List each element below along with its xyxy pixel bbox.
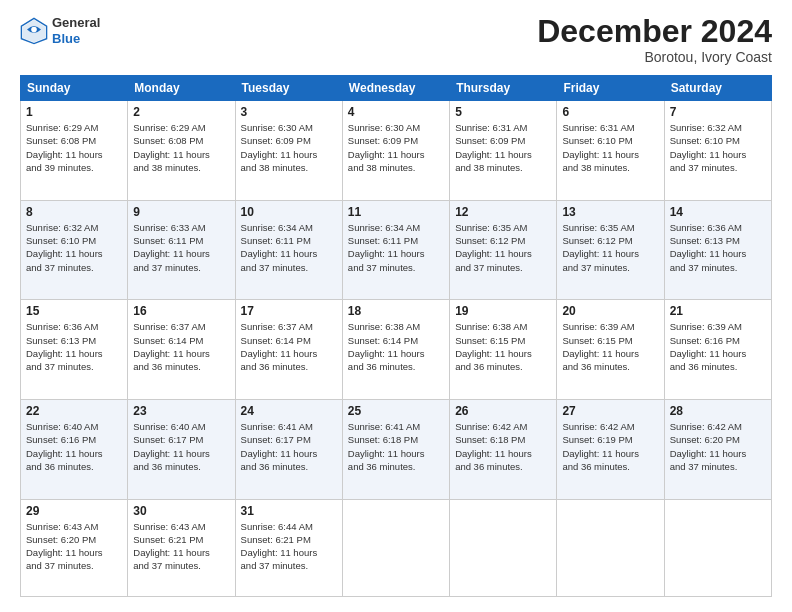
day-number: 25 (348, 404, 444, 418)
day-info: Sunrise: 6:34 AMSunset: 6:11 PMDaylight:… (241, 221, 337, 274)
table-row: 25Sunrise: 6:41 AMSunset: 6:18 PMDayligh… (342, 399, 449, 499)
day-info: Sunrise: 6:29 AMSunset: 6:08 PMDaylight:… (133, 121, 229, 174)
day-number: 22 (26, 404, 122, 418)
day-number: 10 (241, 205, 337, 219)
table-row: 24Sunrise: 6:41 AMSunset: 6:17 PMDayligh… (235, 399, 342, 499)
page: General Blue December 2024 Borotou, Ivor… (0, 0, 792, 612)
table-row: 27Sunrise: 6:42 AMSunset: 6:19 PMDayligh… (557, 399, 664, 499)
logo-icon (20, 17, 48, 45)
day-number: 15 (26, 304, 122, 318)
header-saturday: Saturday (664, 76, 771, 101)
day-info: Sunrise: 6:38 AMSunset: 6:14 PMDaylight:… (348, 320, 444, 373)
table-row: 12Sunrise: 6:35 AMSunset: 6:12 PMDayligh… (450, 200, 557, 300)
day-info: Sunrise: 6:31 AMSunset: 6:09 PMDaylight:… (455, 121, 551, 174)
calendar-header-row: Sunday Monday Tuesday Wednesday Thursday… (21, 76, 772, 101)
day-number: 23 (133, 404, 229, 418)
table-row: 7Sunrise: 6:32 AMSunset: 6:10 PMDaylight… (664, 101, 771, 201)
table-row: 21Sunrise: 6:39 AMSunset: 6:16 PMDayligh… (664, 300, 771, 400)
day-info: Sunrise: 6:33 AMSunset: 6:11 PMDaylight:… (133, 221, 229, 274)
day-number: 19 (455, 304, 551, 318)
day-number: 29 (26, 504, 122, 518)
header-tuesday: Tuesday (235, 76, 342, 101)
day-info: Sunrise: 6:31 AMSunset: 6:10 PMDaylight:… (562, 121, 658, 174)
logo-text: General Blue (52, 15, 100, 46)
logo: General Blue (20, 15, 100, 46)
header-wednesday: Wednesday (342, 76, 449, 101)
calendar-week-row: 29Sunrise: 6:43 AMSunset: 6:20 PMDayligh… (21, 499, 772, 596)
table-row: 2Sunrise: 6:29 AMSunset: 6:08 PMDaylight… (128, 101, 235, 201)
day-number: 28 (670, 404, 766, 418)
svg-point-2 (31, 26, 37, 32)
day-info: Sunrise: 6:42 AMSunset: 6:20 PMDaylight:… (670, 420, 766, 473)
month-year: December 2024 (537, 15, 772, 47)
calendar-week-row: 15Sunrise: 6:36 AMSunset: 6:13 PMDayligh… (21, 300, 772, 400)
table-row: 19Sunrise: 6:38 AMSunset: 6:15 PMDayligh… (450, 300, 557, 400)
table-row: 20Sunrise: 6:39 AMSunset: 6:15 PMDayligh… (557, 300, 664, 400)
table-row: 17Sunrise: 6:37 AMSunset: 6:14 PMDayligh… (235, 300, 342, 400)
day-info: Sunrise: 6:41 AMSunset: 6:18 PMDaylight:… (348, 420, 444, 473)
table-row: 3Sunrise: 6:30 AMSunset: 6:09 PMDaylight… (235, 101, 342, 201)
table-row: 4Sunrise: 6:30 AMSunset: 6:09 PMDaylight… (342, 101, 449, 201)
day-number: 17 (241, 304, 337, 318)
day-info: Sunrise: 6:35 AMSunset: 6:12 PMDaylight:… (455, 221, 551, 274)
day-info: Sunrise: 6:36 AMSunset: 6:13 PMDaylight:… (670, 221, 766, 274)
day-info: Sunrise: 6:37 AMSunset: 6:14 PMDaylight:… (241, 320, 337, 373)
day-number: 9 (133, 205, 229, 219)
day-number: 1 (26, 105, 122, 119)
header-sunday: Sunday (21, 76, 128, 101)
day-number: 11 (348, 205, 444, 219)
table-row: 5Sunrise: 6:31 AMSunset: 6:09 PMDaylight… (450, 101, 557, 201)
table-row: 14Sunrise: 6:36 AMSunset: 6:13 PMDayligh… (664, 200, 771, 300)
table-row: 22Sunrise: 6:40 AMSunset: 6:16 PMDayligh… (21, 399, 128, 499)
day-number: 27 (562, 404, 658, 418)
calendar-week-row: 8Sunrise: 6:32 AMSunset: 6:10 PMDaylight… (21, 200, 772, 300)
day-info: Sunrise: 6:37 AMSunset: 6:14 PMDaylight:… (133, 320, 229, 373)
table-row: 8Sunrise: 6:32 AMSunset: 6:10 PMDaylight… (21, 200, 128, 300)
table-row: 13Sunrise: 6:35 AMSunset: 6:12 PMDayligh… (557, 200, 664, 300)
day-number: 16 (133, 304, 229, 318)
location: Borotou, Ivory Coast (537, 49, 772, 65)
table-row: 30Sunrise: 6:43 AMSunset: 6:21 PMDayligh… (128, 499, 235, 596)
table-row: 28Sunrise: 6:42 AMSunset: 6:20 PMDayligh… (664, 399, 771, 499)
table-row: 1Sunrise: 6:29 AMSunset: 6:08 PMDaylight… (21, 101, 128, 201)
header-right: December 2024 Borotou, Ivory Coast (537, 15, 772, 65)
day-info: Sunrise: 6:30 AMSunset: 6:09 PMDaylight:… (241, 121, 337, 174)
calendar-week-row: 1Sunrise: 6:29 AMSunset: 6:08 PMDaylight… (21, 101, 772, 201)
day-number: 4 (348, 105, 444, 119)
day-info: Sunrise: 6:42 AMSunset: 6:18 PMDaylight:… (455, 420, 551, 473)
day-number: 26 (455, 404, 551, 418)
day-info: Sunrise: 6:43 AMSunset: 6:20 PMDaylight:… (26, 520, 122, 573)
day-info: Sunrise: 6:36 AMSunset: 6:13 PMDaylight:… (26, 320, 122, 373)
header: General Blue December 2024 Borotou, Ivor… (20, 15, 772, 65)
calendar-table: Sunday Monday Tuesday Wednesday Thursday… (20, 75, 772, 597)
day-number: 24 (241, 404, 337, 418)
table-row: 29Sunrise: 6:43 AMSunset: 6:20 PMDayligh… (21, 499, 128, 596)
day-info: Sunrise: 6:34 AMSunset: 6:11 PMDaylight:… (348, 221, 444, 274)
table-row: 15Sunrise: 6:36 AMSunset: 6:13 PMDayligh… (21, 300, 128, 400)
logo-blue-text: Blue (52, 31, 100, 47)
day-number: 31 (241, 504, 337, 518)
table-row (450, 499, 557, 596)
header-friday: Friday (557, 76, 664, 101)
day-info: Sunrise: 6:43 AMSunset: 6:21 PMDaylight:… (133, 520, 229, 573)
table-row (664, 499, 771, 596)
day-number: 5 (455, 105, 551, 119)
day-number: 14 (670, 205, 766, 219)
day-number: 7 (670, 105, 766, 119)
day-number: 18 (348, 304, 444, 318)
day-info: Sunrise: 6:38 AMSunset: 6:15 PMDaylight:… (455, 320, 551, 373)
day-number: 30 (133, 504, 229, 518)
day-info: Sunrise: 6:44 AMSunset: 6:21 PMDaylight:… (241, 520, 337, 573)
header-monday: Monday (128, 76, 235, 101)
table-row: 26Sunrise: 6:42 AMSunset: 6:18 PMDayligh… (450, 399, 557, 499)
day-info: Sunrise: 6:42 AMSunset: 6:19 PMDaylight:… (562, 420, 658, 473)
day-info: Sunrise: 6:30 AMSunset: 6:09 PMDaylight:… (348, 121, 444, 174)
day-info: Sunrise: 6:40 AMSunset: 6:16 PMDaylight:… (26, 420, 122, 473)
table-row (557, 499, 664, 596)
logo-general-text: General (52, 15, 100, 31)
day-info: Sunrise: 6:32 AMSunset: 6:10 PMDaylight:… (670, 121, 766, 174)
table-row: 16Sunrise: 6:37 AMSunset: 6:14 PMDayligh… (128, 300, 235, 400)
day-number: 21 (670, 304, 766, 318)
calendar-week-row: 22Sunrise: 6:40 AMSunset: 6:16 PMDayligh… (21, 399, 772, 499)
table-row: 23Sunrise: 6:40 AMSunset: 6:17 PMDayligh… (128, 399, 235, 499)
